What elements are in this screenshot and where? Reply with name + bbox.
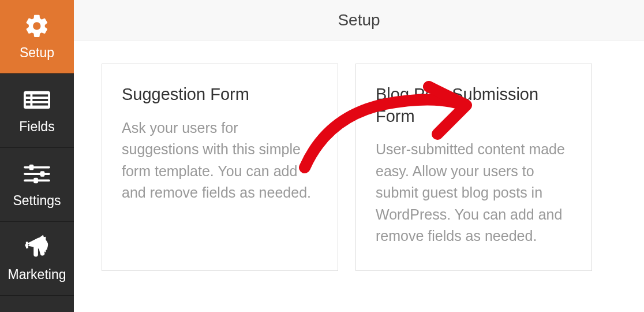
list-icon	[24, 87, 50, 113]
sidebar-item-label: Fields	[19, 119, 54, 135]
app-root: Setup Fields	[0, 0, 644, 312]
sidebar-item-marketing[interactable]: Marketing	[0, 222, 74, 296]
sidebar-item-fields[interactable]: Fields	[0, 74, 74, 148]
header: Setup	[74, 0, 644, 40]
svg-rect-4	[32, 99, 48, 101]
card-title: Blog Post Submission Form	[376, 84, 572, 127]
template-cards: Suggestion Form Ask your users for sugge…	[74, 40, 644, 271]
svg-rect-5	[26, 103, 31, 106]
svg-rect-8	[29, 165, 34, 170]
card-description: Ask your users for suggestions with this…	[122, 117, 318, 204]
sidebar-item-label: Marketing	[8, 267, 66, 283]
main-panel: Setup Suggestion Form Ask your users for…	[74, 0, 644, 312]
sidebar-item-label: Settings	[13, 193, 61, 209]
svg-rect-2	[32, 94, 48, 96]
svg-rect-10	[40, 171, 45, 177]
sidebar: Setup Fields	[0, 0, 74, 312]
gear-icon	[24, 13, 50, 39]
svg-rect-6	[32, 103, 48, 106]
card-description: User-submitted content made easy. Allow …	[376, 139, 572, 247]
svg-rect-12	[33, 178, 38, 184]
template-card-blog-post-submission-form[interactable]: Blog Post Submission Form User-submitted…	[355, 64, 592, 271]
svg-rect-3	[26, 99, 31, 101]
sidebar-item-settings[interactable]: Settings	[0, 148, 74, 222]
page-title: Setup	[338, 11, 380, 29]
sidebar-item-label: Setup	[20, 45, 54, 61]
svg-rect-1	[26, 94, 31, 96]
card-title: Suggestion Form	[122, 84, 318, 106]
sidebar-item-setup[interactable]: Setup	[0, 0, 74, 74]
sliders-icon	[24, 161, 50, 187]
template-card-suggestion-form[interactable]: Suggestion Form Ask your users for sugge…	[102, 64, 338, 271]
bullhorn-icon	[24, 235, 50, 261]
